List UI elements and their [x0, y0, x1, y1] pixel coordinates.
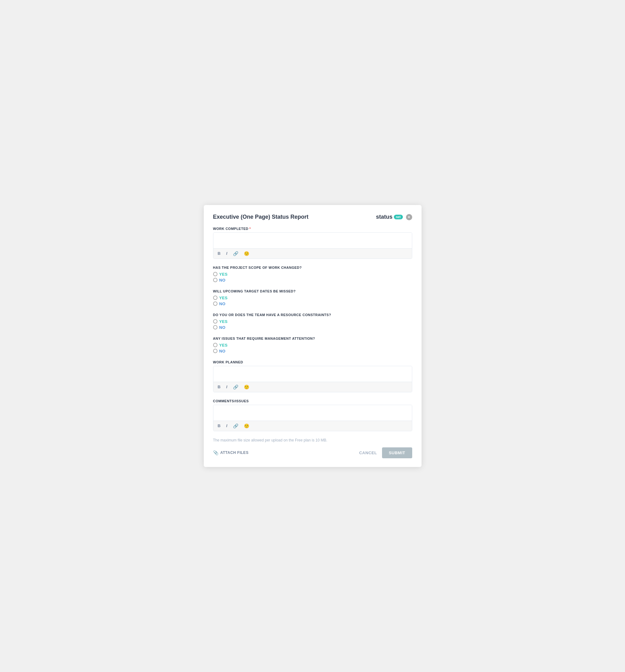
italic-button-1[interactable]: I — [225, 251, 229, 256]
italic-button-3[interactable]: I — [225, 423, 229, 428]
attach-files-button[interactable]: 📎 ATTACH FILES — [213, 450, 248, 455]
cancel-button[interactable]: CANCEL — [359, 451, 377, 455]
work-completed-toolbar: B I 🔗 🙂 — [213, 248, 412, 259]
work-planned-input[interactable] — [213, 366, 412, 382]
resource-no-label: NO — [219, 325, 225, 330]
resource-no-radio[interactable] — [213, 325, 217, 330]
emoji-button-1[interactable]: 🙂 — [243, 250, 250, 257]
question-scope: HAS THE PROJECT SCOPE OF WORK CHANGED? Y… — [213, 266, 412, 283]
work-planned-label: WORK PLANNED — [213, 360, 412, 364]
submit-button[interactable]: SUBMIT — [382, 447, 412, 458]
form-actions: 📎 ATTACH FILES CANCEL SUBMIT — [213, 447, 412, 458]
comments-toolbar: B I 🔗 🙂 — [213, 421, 412, 431]
bold-button-3[interactable]: B — [217, 423, 222, 428]
link-button-3[interactable]: 🔗 — [232, 423, 240, 429]
work-completed-editor: B I 🔗 🙂 — [213, 233, 412, 259]
target-no-option[interactable]: NO — [213, 302, 412, 306]
work-completed-input[interactable] — [213, 233, 412, 248]
brand-logo: status net — [376, 214, 403, 220]
question-target-dates-label: WILL UPCOMING TARGET DATES BE MISSED? — [213, 289, 412, 293]
brand-badge: net — [394, 215, 403, 219]
scope-no-radio[interactable] — [213, 278, 217, 282]
resource-yes-label: YES — [219, 319, 228, 324]
brand-text: status — [376, 214, 392, 220]
resource-no-option[interactable]: NO — [213, 325, 412, 330]
question-management-label: ANY ISSUES THAT REQUIRE MANAGEMENT ATTEN… — [213, 337, 412, 340]
modal-title: Executive (One Page) Status Report — [213, 214, 309, 221]
question-resource: DO YOU OR DOES THE TEAM HAVE A RESOURCE … — [213, 313, 412, 330]
management-no-option[interactable]: NO — [213, 349, 412, 354]
work-planned-editor: B I 🔗 🙂 — [213, 366, 412, 392]
scope-yes-label: YES — [219, 272, 228, 277]
work-planned-toolbar: B I 🔗 🙂 — [213, 382, 412, 392]
question-resource-label: DO YOU OR DOES THE TEAM HAVE A RESOURCE … — [213, 313, 412, 317]
primary-actions: CANCEL SUBMIT — [359, 447, 412, 458]
modal-header: Executive (One Page) Status Report statu… — [213, 214, 412, 221]
question-management: ANY ISSUES THAT REQUIRE MANAGEMENT ATTEN… — [213, 337, 412, 354]
required-indicator: * — [249, 227, 251, 231]
comments-input[interactable] — [213, 405, 412, 421]
resource-yes-option[interactable]: YES — [213, 319, 412, 324]
target-no-radio[interactable] — [213, 302, 217, 306]
question-management-options: YES NO — [213, 343, 412, 354]
bold-button-2[interactable]: B — [217, 384, 222, 389]
work-planned-section: WORK PLANNED B I 🔗 🙂 — [213, 360, 412, 392]
question-scope-label: HAS THE PROJECT SCOPE OF WORK CHANGED? — [213, 266, 412, 269]
comments-label: COMMENTS/ISSUES — [213, 399, 412, 403]
question-target-dates-options: YES NO — [213, 295, 412, 306]
file-size-note: The maximum file size allowed per upload… — [213, 438, 412, 442]
question-resource-options: YES NO — [213, 319, 412, 330]
work-completed-section: WORK COMPLETED* B I 🔗 🙂 — [213, 227, 412, 259]
modal-dialog: Executive (One Page) Status Report statu… — [204, 205, 422, 467]
target-yes-option[interactable]: YES — [213, 295, 412, 300]
scope-no-option[interactable]: NO — [213, 278, 412, 283]
attach-label: ATTACH FILES — [220, 451, 248, 455]
management-yes-option[interactable]: YES — [213, 343, 412, 347]
comments-section: COMMENTS/ISSUES B I 🔗 🙂 — [213, 399, 412, 431]
attach-icon: 📎 — [213, 450, 219, 455]
question-target-dates: WILL UPCOMING TARGET DATES BE MISSED? YE… — [213, 289, 412, 306]
link-button-1[interactable]: 🔗 — [232, 250, 240, 257]
target-yes-radio[interactable] — [213, 295, 217, 300]
bold-button-1[interactable]: B — [217, 251, 222, 256]
management-yes-label: YES — [219, 343, 228, 347]
emoji-button-3[interactable]: 🙂 — [243, 423, 250, 429]
comments-editor: B I 🔗 🙂 — [213, 405, 412, 431]
management-no-radio[interactable] — [213, 349, 217, 353]
management-yes-radio[interactable] — [213, 343, 217, 347]
management-no-label: NO — [219, 349, 225, 354]
work-completed-label: WORK COMPLETED* — [213, 227, 412, 231]
question-scope-options: YES NO — [213, 272, 412, 283]
link-button-2[interactable]: 🔗 — [232, 384, 240, 390]
header-right: status net × — [376, 214, 412, 220]
target-yes-label: YES — [219, 295, 228, 300]
italic-button-2[interactable]: I — [225, 384, 229, 389]
scope-yes-option[interactable]: YES — [213, 272, 412, 277]
page-title: Executive (One Page) Status Report — [213, 214, 309, 221]
emoji-button-2[interactable]: 🙂 — [243, 384, 250, 390]
scope-no-label: NO — [219, 278, 225, 283]
close-button[interactable]: × — [406, 214, 412, 220]
target-no-label: NO — [219, 302, 225, 306]
scope-yes-radio[interactable] — [213, 272, 217, 276]
resource-yes-radio[interactable] — [213, 319, 217, 323]
